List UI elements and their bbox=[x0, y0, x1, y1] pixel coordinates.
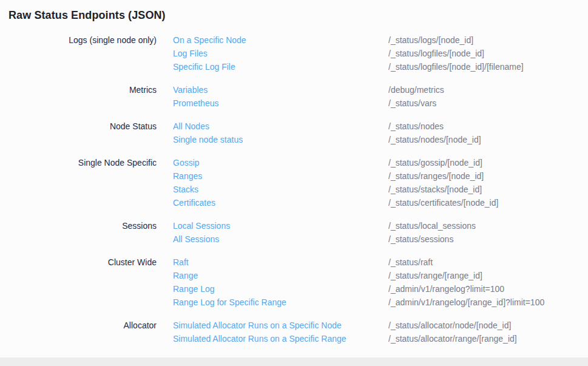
group-category-label: Single Node Specific bbox=[8, 156, 173, 169]
endpoint-row: Raft /_status/raft bbox=[173, 256, 580, 269]
group-rows: Gossip /_status/gossip/[node_id] Ranges … bbox=[173, 156, 580, 209]
endpoint-link[interactable]: Range bbox=[173, 269, 388, 282]
endpoint-link[interactable]: Gossip bbox=[173, 156, 388, 169]
endpoint-link[interactable]: Simulated Allocator Runs on a Specific N… bbox=[173, 319, 388, 332]
endpoint-row: Log Files /_status/logfiles/[node_id] bbox=[173, 47, 580, 60]
endpoint-link[interactable]: Variables bbox=[173, 83, 388, 97]
endpoint-path: /_status/vars bbox=[388, 97, 580, 110]
endpoint-path: /_status/local_sessions bbox=[388, 219, 580, 232]
endpoint-link[interactable]: Stacks bbox=[173, 183, 388, 196]
endpoint-row: Simulated Allocator Runs on a Specific R… bbox=[173, 332, 580, 345]
endpoint-row: On a Specific Node /_status/logs/[node_i… bbox=[173, 33, 580, 47]
endpoint-row: Local Sessions /_status/local_sessions bbox=[173, 219, 580, 232]
endpoint-path: /_status/logfiles/[node_id]/[filename] bbox=[388, 60, 580, 73]
endpoint-path: /_status/logs/[node_id] bbox=[388, 33, 580, 47]
group-rows: Raft /_status/raft Range /_status/range/… bbox=[173, 256, 580, 309]
endpoint-path: /_status/logfiles/[node_id] bbox=[388, 47, 580, 60]
endpoint-link[interactable]: Single node status bbox=[173, 133, 388, 146]
page-title: Raw Status Endpoints (JSON) bbox=[8, 8, 580, 22]
group-rows: On a Specific Node /_status/logs/[node_i… bbox=[173, 33, 580, 73]
endpoint-link[interactable]: All Sessions bbox=[173, 232, 388, 246]
endpoint-path: /_status/gossip/[node_id] bbox=[388, 156, 580, 169]
endpoint-row: Range Log for Specific Range /_admin/v1/… bbox=[173, 296, 580, 309]
page-bottom-strip bbox=[0, 358, 588, 366]
raw-status-endpoints-page: Raw Status Endpoints (JSON) Logs (single… bbox=[0, 0, 588, 366]
group-category-label: Allocator bbox=[8, 319, 173, 332]
endpoint-row: Range Log /_admin/v1/rangelog?limit=100 bbox=[173, 282, 580, 296]
endpoint-row: All Sessions /_status/sessions bbox=[173, 232, 580, 246]
endpoint-group: Logs (single node only) On a Specific No… bbox=[8, 33, 580, 73]
group-category-label: Node Status bbox=[8, 120, 173, 133]
endpoint-row: Range /_status/range/[range_id] bbox=[173, 269, 580, 282]
group-rows: Local Sessions /_status/local_sessions A… bbox=[173, 219, 580, 246]
endpoint-path: /_status/range/[range_id] bbox=[388, 269, 580, 282]
endpoint-row: Single node status /_status/nodes/[node_… bbox=[173, 133, 580, 146]
endpoint-row: Prometheus /_status/vars bbox=[173, 97, 580, 110]
endpoint-path: /_status/ranges/[node_id] bbox=[388, 169, 580, 183]
endpoint-group: Allocator Simulated Allocator Runs on a … bbox=[8, 319, 580, 345]
group-category-label: Sessions bbox=[8, 219, 173, 232]
endpoint-row: Certificates /_status/certificates/[node… bbox=[173, 196, 580, 209]
endpoint-row: Specific Log File /_status/logfiles/[nod… bbox=[173, 60, 580, 73]
endpoint-row: All Nodes /_status/nodes bbox=[173, 120, 580, 133]
endpoint-link[interactable]: Local Sessions bbox=[173, 219, 388, 232]
group-rows: All Nodes /_status/nodes Single node sta… bbox=[173, 120, 580, 146]
endpoint-path: /debug/metrics bbox=[388, 83, 580, 97]
endpoint-group: Node Status All Nodes /_status/nodes Sin… bbox=[8, 120, 580, 146]
endpoint-groups: Logs (single node only) On a Specific No… bbox=[8, 33, 580, 345]
endpoint-path: /_status/certificates/[node_id] bbox=[388, 196, 580, 209]
endpoint-link[interactable]: Range Log bbox=[173, 282, 388, 296]
endpoint-link[interactable]: Prometheus bbox=[173, 97, 388, 110]
endpoint-link[interactable]: On a Specific Node bbox=[173, 33, 388, 47]
endpoint-link[interactable]: Specific Log File bbox=[173, 60, 388, 73]
group-rows: Variables /debug/metrics Prometheus /_st… bbox=[173, 83, 580, 110]
endpoint-link[interactable]: Raft bbox=[173, 256, 388, 269]
endpoint-path: /_status/allocator/node/[node_id] bbox=[388, 319, 580, 332]
endpoint-group: Cluster Wide Raft /_status/raft Range /_… bbox=[8, 256, 580, 309]
endpoint-path: /_status/nodes bbox=[388, 120, 580, 133]
endpoint-path: /_status/sessions bbox=[388, 232, 580, 246]
endpoint-link[interactable]: Ranges bbox=[173, 169, 388, 183]
endpoint-row: Simulated Allocator Runs on a Specific N… bbox=[173, 319, 580, 332]
endpoint-row: Stacks /_status/stacks/[node_id] bbox=[173, 183, 580, 196]
endpoint-link[interactable]: Log Files bbox=[173, 47, 388, 60]
group-category-label: Metrics bbox=[8, 83, 173, 97]
endpoint-path: /_status/allocator/range/[range_id] bbox=[388, 332, 580, 345]
endpoint-row: Ranges /_status/ranges/[node_id] bbox=[173, 169, 580, 183]
endpoint-path: /_admin/v1/rangelog/[range_id]?limit=100 bbox=[388, 296, 580, 309]
endpoint-link[interactable]: Simulated Allocator Runs on a Specific R… bbox=[173, 332, 388, 345]
endpoint-path: /_status/nodes/[node_id] bbox=[388, 133, 580, 146]
endpoint-row: Gossip /_status/gossip/[node_id] bbox=[173, 156, 580, 169]
endpoint-link[interactable]: All Nodes bbox=[173, 120, 388, 133]
endpoint-row: Variables /debug/metrics bbox=[173, 83, 580, 97]
endpoint-link[interactable]: Certificates bbox=[173, 196, 388, 209]
endpoint-path: /_status/stacks/[node_id] bbox=[388, 183, 580, 196]
endpoint-group: Metrics Variables /debug/metrics Prometh… bbox=[8, 83, 580, 110]
endpoint-link[interactable]: Range Log for Specific Range bbox=[173, 296, 388, 309]
group-rows: Simulated Allocator Runs on a Specific N… bbox=[173, 319, 580, 345]
endpoint-path: /_status/raft bbox=[388, 256, 580, 269]
endpoint-group: Single Node Specific Gossip /_status/gos… bbox=[8, 156, 580, 209]
endpoint-group: Sessions Local Sessions /_status/local_s… bbox=[8, 219, 580, 246]
group-category-label: Cluster Wide bbox=[8, 256, 173, 269]
group-category-label: Logs (single node only) bbox=[8, 33, 173, 47]
endpoint-path: /_admin/v1/rangelog?limit=100 bbox=[388, 282, 580, 296]
